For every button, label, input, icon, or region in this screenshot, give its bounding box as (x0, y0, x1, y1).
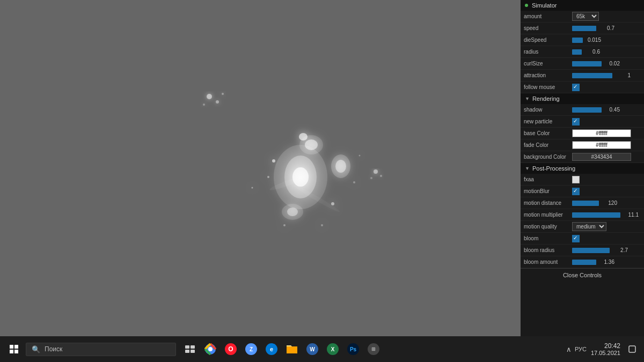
amount-select[interactable]: 65k 1k 5k 10k 25k 50k 100k (572, 12, 599, 21)
system-tray: ∧ РУС 20:42 17.05.2021 (565, 342, 640, 357)
motiondistance-slider-bar[interactable] (572, 201, 599, 206)
windows-logo (10, 345, 18, 353)
tray-chevron[interactable]: ∧ (565, 344, 573, 354)
rendering-section-header[interactable]: ▼ Rendering (521, 93, 644, 104)
fadecolor-input (572, 141, 641, 149)
bgcolor-label: background Color (524, 154, 572, 160)
simulator-section-header[interactable]: Simulator (521, 0, 644, 11)
fxaa-row: fxaa (521, 174, 644, 186)
files-icon (287, 344, 297, 354)
followmouse-checkbox[interactable] (572, 84, 580, 91)
word-icon-button[interactable]: W (303, 339, 322, 359)
motiondistance-value: 120 (601, 200, 617, 206)
bloom-input (572, 235, 641, 242)
motionblur-checkbox[interactable] (572, 188, 580, 195)
bloomamount-row: bloom amount 1.36 (521, 256, 644, 268)
svg-point-7 (335, 160, 346, 173)
svg-point-13 (331, 202, 334, 205)
curlsize-row: curlSize 0.02 (521, 58, 644, 70)
newparticle-label: new particle (524, 119, 572, 124)
clock-time: 20:42 (604, 342, 620, 350)
svg-point-21 (216, 100, 219, 104)
motionmultiplier-slider-container: 11.1 (572, 212, 641, 218)
diespeed-label: dieSpeed (524, 37, 572, 43)
svg-point-22 (203, 104, 205, 106)
search-bar[interactable]: 🔍 Поиск (26, 343, 176, 356)
attraction-slider-container: 1 (572, 72, 641, 78)
close-controls-button[interactable]: Close Controls (521, 268, 644, 282)
bloomamount-slider-bar[interactable] (572, 260, 596, 265)
opera-icon: O (225, 343, 237, 355)
svg-rect-27 (185, 345, 189, 349)
curlsize-slider-bar[interactable] (572, 61, 602, 67)
basecolor-row: base Color (521, 128, 644, 139)
speed-value: 0.7 (598, 25, 614, 31)
notification-icon (628, 345, 636, 353)
opera-icon-button[interactable]: O (221, 339, 240, 359)
svg-point-26 (370, 177, 372, 179)
particle-effect-svg (0, 0, 521, 336)
bloomamount-value: 1.36 (598, 259, 614, 265)
fxaa-checkbox[interactable] (572, 176, 580, 183)
motiondistance-label: motion distance (524, 200, 572, 206)
clock-date: 17.05.2021 (591, 350, 620, 356)
curlsize-value: 0.02 (604, 61, 620, 67)
fadecolor-field[interactable] (572, 141, 631, 149)
motiondistance-row: motion distance 120 (521, 197, 644, 209)
motionmultiplier-row: motion multiplier 11.1 (521, 209, 644, 221)
photoshop-icon: Ps (347, 343, 359, 355)
postprocessing-section-label: Post-Processing (532, 165, 575, 172)
control-panel: Simulator amount 65k 1k 5k 10k 25k 50k 1… (521, 0, 644, 336)
bloom-checkbox[interactable] (572, 235, 580, 242)
svg-point-16 (252, 187, 253, 189)
curlsize-label: curlSize (524, 61, 572, 67)
motionmultiplier-slider-bar[interactable] (572, 212, 620, 218)
radius-row: radius 0.6 (521, 46, 644, 58)
diespeed-slider-container: 0.015 (572, 37, 641, 43)
svg-point-11 (267, 176, 269, 178)
edge-icon-button[interactable]: e (262, 339, 281, 359)
main-area: Simulator amount 65k 1k 5k 10k 25k 50k 1… (0, 0, 644, 336)
followmouse-label: follow mouse (524, 84, 572, 90)
bloomamount-slider-container: 1.36 (572, 259, 641, 265)
speed-slider-bar[interactable] (572, 26, 596, 31)
motionquality-select[interactable]: medium low high (572, 222, 606, 231)
shadow-label: shadow (524, 107, 572, 113)
radius-slider-bar[interactable] (572, 49, 582, 55)
shadow-slider-bar[interactable] (572, 107, 602, 113)
bloomradius-slider-bar[interactable] (572, 248, 610, 253)
attraction-value: 1 (614, 72, 631, 78)
speed-slider-container: 0.7 (572, 25, 641, 31)
unknown1-icon-button[interactable]: Z (241, 339, 261, 359)
taskbar-icons: O Z e W (180, 339, 383, 359)
motionquality-input: medium low high (572, 222, 641, 231)
unknown2-icon-button[interactable]: ⊞ (364, 339, 383, 359)
diespeed-slider-bar[interactable] (572, 38, 583, 43)
task-view-button[interactable] (180, 339, 200, 359)
search-icon: 🔍 (32, 345, 40, 353)
clock[interactable]: 20:42 17.05.2021 (591, 342, 620, 356)
motionmultiplier-label: motion multiplier (524, 212, 572, 218)
language-indicator[interactable]: РУС (575, 346, 587, 352)
basecolor-field[interactable] (572, 129, 631, 137)
attraction-slider-bar[interactable] (572, 73, 612, 78)
speed-row: speed 0.7 (521, 23, 644, 34)
attraction-label: attraction (524, 72, 572, 78)
postprocessing-section-header[interactable]: ▼ Post-Processing (521, 163, 644, 174)
bloomradius-slider-container: 2.7 (572, 247, 641, 253)
bloomradius-value: 2.7 (612, 247, 628, 253)
svg-point-32 (208, 347, 213, 351)
motionblur-row: motionBlur (521, 186, 644, 197)
chrome-icon-button[interactable] (201, 339, 220, 359)
svg-rect-29 (185, 350, 189, 353)
bgcolor-field[interactable] (572, 153, 631, 161)
notification-button[interactable] (625, 342, 640, 357)
svg-point-25 (380, 175, 382, 177)
newparticle-checkbox[interactable] (572, 118, 580, 125)
start-button[interactable] (4, 339, 24, 359)
svg-point-20 (207, 94, 212, 99)
files-icon-button[interactable] (282, 339, 302, 359)
excel-icon-button[interactable]: X (323, 339, 342, 359)
bgcolor-input (572, 153, 641, 161)
photoshop-icon-button[interactable]: Ps (343, 339, 363, 359)
